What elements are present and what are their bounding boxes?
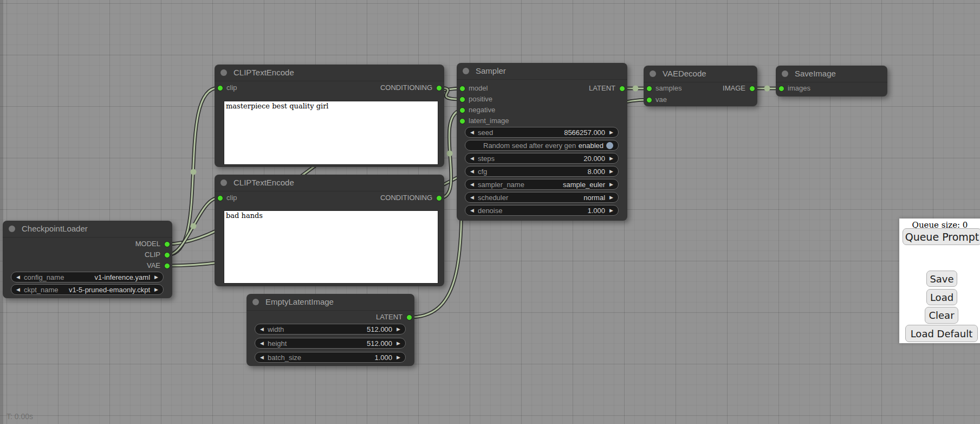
- widget-steps[interactable]: ◀steps20.000▶: [465, 153, 619, 164]
- queue-prompt-button[interactable]: Queue Prompt: [903, 228, 980, 245]
- node-save-image[interactable]: SaveImageimages: [776, 66, 887, 97]
- widget-left-arrow-icon[interactable]: ◀: [260, 352, 264, 363]
- widget-left-arrow-icon[interactable]: ◀: [16, 284, 20, 295]
- node-title: CLIPTextEncode: [233, 68, 294, 77]
- input-slot-dot-model[interactable]: [459, 86, 465, 92]
- widget-label: scheduler: [478, 194, 508, 202]
- node-clip-text-encode-positive[interactable]: CLIPTextEncodeclipCONDITIONING: [215, 65, 444, 167]
- output-slot-MODEL: MODEL: [135, 240, 160, 248]
- widget-value: enabled: [579, 142, 603, 150]
- widget-seed[interactable]: ◀seed8566257.000▶: [465, 127, 619, 138]
- node-collapse-dot-icon[interactable]: [220, 179, 227, 186]
- load-button[interactable]: Load: [926, 289, 957, 305]
- node-title: SaveImage: [795, 69, 836, 78]
- output-slot-dot-IMAGE[interactable]: [749, 86, 755, 92]
- widget-config-name[interactable]: ◀config_namev1-inference.yaml▶: [11, 272, 164, 282]
- widget-right-arrow-icon[interactable]: ▶: [609, 166, 613, 177]
- prompt-textarea[interactable]: [224, 101, 438, 165]
- save-button[interactable]: Save: [926, 271, 957, 287]
- widget-left-arrow-icon[interactable]: ◀: [470, 179, 474, 190]
- widget-left-arrow-icon[interactable]: ◀: [470, 127, 474, 138]
- node-title-bar[interactable]: CheckpointLoader: [3, 221, 172, 237]
- output-slot-dot-LATENT[interactable]: [619, 86, 625, 92]
- input-slot-dot-negative[interactable]: [459, 107, 465, 113]
- widget-left-arrow-icon[interactable]: ◀: [470, 192, 474, 203]
- input-slot-dot-latent_image[interactable]: [459, 118, 465, 124]
- node-collapse-dot-icon[interactable]: [9, 226, 15, 232]
- node-collapse-dot-icon[interactable]: [220, 69, 227, 76]
- node-title-bar[interactable]: Sampler: [457, 63, 627, 80]
- output-slot-CLIP: CLIP: [145, 251, 160, 259]
- widget-left-arrow-icon[interactable]: ◀: [260, 338, 264, 349]
- input-slot-dot-positive[interactable]: [459, 97, 465, 102]
- widget-right-arrow-icon[interactable]: ▶: [609, 179, 613, 190]
- widget-right-arrow-icon[interactable]: ▶: [397, 338, 400, 349]
- widget-sampler-name[interactable]: ◀sampler_namesample_euler▶: [465, 179, 619, 190]
- node-sampler[interactable]: Samplermodelpositivenegativelatent_image…: [457, 63, 627, 221]
- widget-left-arrow-icon[interactable]: ◀: [470, 153, 474, 164]
- widget-width[interactable]: ◀width512.000▶: [255, 324, 406, 335]
- node-collapse-dot-icon[interactable]: [252, 299, 259, 305]
- node-title: CheckpointLoader: [22, 224, 88, 233]
- widget-left-arrow-icon[interactable]: ◀: [260, 324, 264, 335]
- widget-right-arrow-icon[interactable]: ▶: [609, 127, 613, 138]
- widget-label: seed: [478, 129, 493, 137]
- widget-value: normal: [583, 194, 605, 202]
- node-layer: CheckpointLoaderMODELCLIPVAE◀config_name…: [0, 0, 980, 424]
- graph-canvas[interactable]: { "theme": { "canvas_bg": "#939393", "no…: [0, 0, 980, 424]
- widget-denoise[interactable]: ◀denoise1.000▶: [465, 205, 619, 216]
- input-slot-positive: positive: [469, 95, 492, 103]
- widget-left-arrow-icon[interactable]: ◀: [16, 272, 20, 282]
- node-clip-text-encode-negative[interactable]: CLIPTextEncodeclipCONDITIONING: [215, 175, 444, 286]
- widget-cfg[interactable]: ◀cfg8.000▶: [465, 166, 619, 177]
- node-title-bar[interactable]: CLIPTextEncode: [215, 65, 444, 81]
- input-slot-dot-clip[interactable]: [217, 195, 223, 201]
- output-slot-VAE: VAE: [147, 262, 160, 269]
- node-collapse-dot-icon[interactable]: [463, 68, 469, 74]
- node-title-bar[interactable]: VAEDecode: [644, 66, 757, 82]
- widget-value: 1.000: [588, 207, 606, 215]
- node-title-bar[interactable]: SaveImage: [776, 66, 887, 82]
- output-slot-dot-CONDITIONING[interactable]: [436, 85, 442, 91]
- widget-label: Random seed after every gen: [483, 142, 576, 150]
- widget-value: 512.000: [367, 339, 392, 348]
- widget-ckpt-name[interactable]: ◀ckpt_namev1-5-pruned-emaonly.ckpt▶: [11, 284, 164, 295]
- output-slot-CONDITIONING: CONDITIONING: [380, 194, 432, 202]
- widget-right-arrow-icon[interactable]: ▶: [154, 272, 158, 282]
- widget-right-arrow-icon[interactable]: ▶: [609, 192, 613, 203]
- output-slot-dot-CLIP[interactable]: [164, 252, 170, 258]
- widget-value: v1-5-pruned-emaonly.ckpt: [69, 286, 150, 294]
- widget-height[interactable]: ◀height512.000▶: [255, 338, 406, 349]
- prompt-textarea[interactable]: [224, 210, 438, 284]
- widget-left-arrow-icon[interactable]: ◀: [470, 205, 474, 216]
- node-collapse-dot-icon[interactable]: [782, 70, 788, 77]
- output-slot-dot-VAE[interactable]: [164, 263, 170, 269]
- input-slot-dot-samples[interactable]: [646, 86, 652, 92]
- widget-right-arrow-icon[interactable]: ▶: [609, 205, 613, 216]
- node-checkpoint-loader[interactable]: CheckpointLoaderMODELCLIPVAE◀config_name…: [3, 221, 172, 298]
- node-empty-latent-image[interactable]: EmptyLatentImageLATENT◀width512.000▶◀hei…: [246, 294, 414, 366]
- input-slot-dot-clip[interactable]: [217, 85, 223, 91]
- output-slot-dot-LATENT[interactable]: [406, 314, 412, 320]
- toggle-knob-icon[interactable]: [606, 142, 613, 149]
- widget-right-arrow-icon[interactable]: ▶: [154, 284, 158, 295]
- output-slot-dot-MODEL[interactable]: [164, 241, 170, 247]
- clear-button[interactable]: Clear: [925, 307, 958, 324]
- widget-left-arrow-icon[interactable]: ◀: [470, 166, 474, 177]
- node-title-bar[interactable]: CLIPTextEncode: [215, 175, 444, 191]
- widget-right-arrow-icon[interactable]: ▶: [609, 153, 613, 164]
- output-slot-dot-CONDITIONING[interactable]: [436, 195, 442, 201]
- input-slot-dot-images[interactable]: [778, 86, 784, 92]
- widget-right-arrow-icon[interactable]: ▶: [397, 324, 400, 335]
- node-title-bar[interactable]: EmptyLatentImage: [246, 294, 414, 311]
- input-slot-clip: clip: [226, 194, 237, 202]
- widget-random-seed-after-every-gen[interactable]: Random seed after every genenabled: [465, 140, 619, 151]
- widget-scheduler[interactable]: ◀schedulernormal▶: [465, 192, 619, 203]
- widget-batch-size[interactable]: ◀batch_size1.000▶: [255, 352, 406, 363]
- input-slot-dot-vae[interactable]: [646, 97, 652, 103]
- widget-right-arrow-icon[interactable]: ▶: [397, 352, 400, 363]
- node-collapse-dot-icon[interactable]: [650, 70, 656, 77]
- input-slot-samples: samples: [656, 85, 682, 92]
- node-vae-decode[interactable]: VAEDecodesamplesvaeIMAGE: [644, 66, 757, 106]
- load-default-button[interactable]: Load Default: [905, 325, 978, 342]
